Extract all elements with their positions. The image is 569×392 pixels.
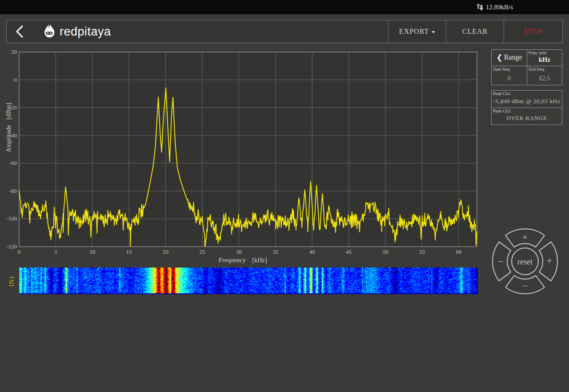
network-rate-text: 12.89kB/s [486,4,513,11]
svg-text:20: 20 [11,48,17,55]
waterfall-label-box: IN1 [6,268,18,294]
y-axis-title: Amplitude[dBm] [6,103,12,152]
range-section: ❮ Range Freq. unit: kHz Start freq. 0 En… [491,49,562,85]
waterfall-channel-label: IN1 [8,276,16,287]
back-chevron-icon [15,25,24,38]
zoom-out-horizontal-label: – [498,256,503,266]
x-axis-tick-labels: 051015202530354045505560 [18,248,462,255]
logo-text: redpitaya [60,25,111,39]
redpitaya-logo: redpitaya [42,20,111,43]
svg-text:0: 0 [14,76,17,83]
svg-text:35: 35 [272,248,278,255]
end-freq-cell[interactable]: End freq. 62.5 [527,66,562,85]
peak-section: Peak Ch1: -5,849 dBm @ 20,03 kHz Peak Ch… [491,90,562,125]
export-button-label: EXPORT [399,28,429,36]
network-traffic-icon [476,3,485,12]
svg-text:-80: -80 [9,188,17,194]
main-stage: 200-20-40-60-80-100-12005101520253035404… [6,43,563,392]
flame-icon [42,24,56,39]
freq-unit-cell[interactable]: Freq. unit: kHz [527,50,562,66]
freq-unit-label: Freq. unit: [529,50,561,56]
export-button[interactable]: EXPORT [388,20,446,43]
freq-unit-value: kHz [529,56,561,64]
range-collapse-button[interactable]: ❮ Range [492,50,527,66]
control-panel: ❮ Range Freq. unit: kHz Start freq. 0 En… [491,49,562,125]
start-freq-cell[interactable]: Start freq. 0 [492,66,527,85]
peak-ch1-row: Peak Ch1: -5,849 dBm @ 20,03 kHz [492,91,562,108]
peak-ch2-row: Peak Ch2: OVER RANGE [492,108,562,125]
app-header: redpitaya EXPORT CLEAR STOP [6,20,563,43]
svg-text:40: 40 [309,248,315,255]
peak-ch1-label: Peak Ch1: [493,91,561,97]
start-freq-value: 0 [493,72,525,82]
svg-text:50: 50 [383,248,389,255]
svg-text:5: 5 [54,248,57,255]
svg-text:60: 60 [456,248,461,255]
svg-text:-120: -120 [6,243,17,250]
range-title: Range [504,53,522,61]
peak-ch2-value: OVER RANGE [493,114,561,123]
end-freq-value: 62.5 [529,72,561,82]
zoom-in-horizontal-label: + [547,256,552,266]
svg-text:0: 0 [18,248,21,255]
clear-button-label: CLEAR [462,28,488,36]
stop-button[interactable]: STOP [504,20,562,43]
svg-text:15: 15 [126,248,132,255]
svg-text:30: 30 [236,248,242,255]
header-spacer [111,20,388,43]
start-freq-label: Start freq. [493,67,525,72]
peak-ch1-value: -5,849 dBm @ 20,03 kHz [493,97,561,106]
end-freq-label: End freq. [529,67,561,72]
x-axis-title: Frequency [219,256,246,264]
spectrum-chart[interactable]: 200-20-40-60-80-100-12005101520253035404… [6,47,491,267]
stop-button-label: STOP [524,28,543,36]
svg-text:10: 10 [89,248,95,255]
collapse-chevron-icon: ❮ [496,54,502,61]
x-axis-unit: [kHz] [252,256,267,264]
reset-button-label: reset [517,257,533,266]
export-dropdown-caret-icon [432,31,435,33]
svg-text:45: 45 [346,248,352,255]
svg-text:25: 25 [200,248,205,255]
zoom-out-vertical-label: – [522,280,528,290]
svg-text:-60: -60 [9,160,17,166]
zoom-in-vertical-label: + [522,232,527,242]
back-button[interactable] [7,20,32,43]
waterfall-spectrogram [19,268,478,294]
zoom-navigation-pad: reset + – – + [492,228,558,295]
clear-button[interactable]: CLEAR [446,20,504,43]
svg-text:20: 20 [163,248,168,255]
status-bar: 12.89kB/s [0,0,569,14]
peak-ch2-label: Peak Ch2: [493,108,561,114]
svg-text:-100: -100 [6,215,17,222]
svg-text:55: 55 [419,248,425,255]
